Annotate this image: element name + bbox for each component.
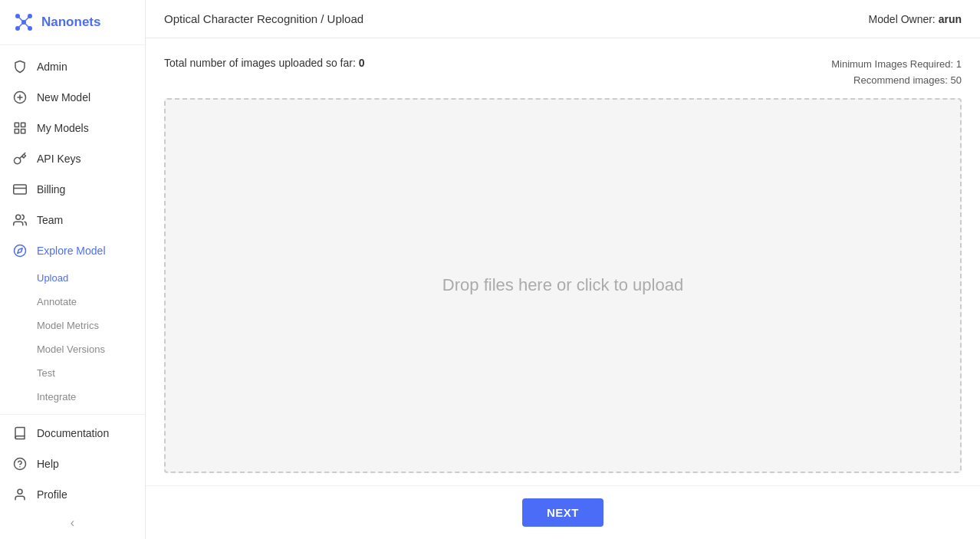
submenu-annotate-label: Annotate	[37, 296, 77, 307]
sidebar-item-new-model[interactable]: New Model	[0, 82, 145, 113]
key-icon	[12, 151, 28, 166]
sidebar-item-documentation-label: Documentation	[37, 427, 109, 439]
credit-card-icon	[12, 182, 28, 197]
submenu-item-model-metrics[interactable]: Model Metrics	[0, 314, 145, 337]
submenu-upload-label: Upload	[37, 272, 68, 284]
upload-footer: NEXT	[146, 485, 980, 539]
grid-icon	[12, 120, 28, 136]
upload-info-row: Total number of images uploaded so far: …	[164, 57, 962, 89]
drop-zone[interactable]: Drop files here or click to upload	[164, 98, 962, 473]
svg-line-8	[24, 22, 30, 28]
submenu-model-versions-label: Model Versions	[37, 343, 105, 355]
drop-zone-text: Drop files here or click to upload	[442, 275, 683, 295]
logo[interactable]: Nanonets	[0, 0, 145, 45]
submenu-test-label: Test	[37, 367, 55, 379]
sidebar-nav: Admin New Model My Models	[0, 45, 145, 414]
submenu-item-test[interactable]: Test	[0, 361, 145, 385]
main-content: Optical Character Recognition / Upload M…	[146, 0, 980, 539]
sidebar-item-help-label: Help	[37, 458, 59, 470]
sidebar-item-new-model-label: New Model	[37, 91, 90, 104]
submenu-item-moderate[interactable]: Moderate	[0, 409, 145, 414]
sidebar-item-team[interactable]: Team	[0, 205, 145, 235]
chevron-left-icon: ‹	[71, 516, 74, 530]
model-owner: Model Owner: arun	[869, 13, 962, 25]
sidebar-item-team-label: Team	[37, 214, 63, 226]
images-count-value: 0	[359, 57, 365, 69]
svg-marker-20	[18, 248, 22, 253]
submenu-integrate-label: Integrate	[37, 391, 76, 403]
recommend-value: 50	[951, 74, 962, 86]
svg-rect-15	[15, 130, 18, 133]
sidebar-item-explore-model-label: Explore Model	[37, 245, 106, 257]
app-name: Nanonets	[41, 15, 100, 30]
svg-rect-16	[14, 185, 27, 194]
submenu-model-metrics-label: Model Metrics	[37, 320, 99, 331]
svg-point-19	[15, 245, 26, 257]
nanonets-logo-icon	[12, 11, 35, 34]
min-images-value: 1	[956, 58, 962, 70]
model-owner-label: Model Owner:	[869, 13, 936, 25]
sidebar-item-billing-label: Billing	[37, 183, 65, 196]
submenu-item-upload[interactable]: Upload	[0, 266, 145, 290]
svg-rect-12	[15, 123, 18, 127]
min-images-label: Minimum Images Required:	[831, 58, 953, 70]
sidebar-item-admin[interactable]: Admin	[0, 51, 145, 82]
sidebar-item-profile-label: Profile	[37, 488, 67, 501]
submenu-item-model-versions[interactable]: Model Versions	[0, 337, 145, 361]
book-icon	[12, 426, 28, 441]
recommend-label: Recommend images:	[853, 74, 948, 86]
sidebar-item-billing[interactable]: Billing	[0, 174, 145, 205]
sidebar-collapse-button[interactable]: ‹	[0, 510, 145, 536]
svg-line-7	[18, 22, 24, 28]
svg-rect-13	[21, 123, 25, 127]
plus-circle-icon	[12, 90, 28, 105]
sidebar-item-my-models-label: My Models	[37, 122, 89, 134]
model-owner-name: arun	[939, 13, 962, 25]
images-uploaded-text: Total number of images uploaded so far: …	[164, 57, 365, 69]
breadcrumb: Optical Character Recognition / Upload	[164, 12, 363, 25]
sidebar-item-api-keys[interactable]: API Keys	[0, 143, 145, 174]
next-button[interactable]: NEXT	[522, 498, 603, 527]
recommend-images-text: Recommend images: 50	[831, 73, 962, 89]
sidebar-item-help[interactable]: Help	[0, 449, 145, 479]
submenu-item-annotate[interactable]: Annotate	[0, 290, 145, 314]
svg-line-5	[18, 16, 24, 22]
shield-icon	[12, 59, 28, 74]
sidebar-item-profile[interactable]: Profile	[0, 479, 145, 510]
svg-rect-14	[21, 130, 25, 133]
page-header: Optical Character Recognition / Upload M…	[146, 0, 980, 38]
svg-point-23	[18, 489, 22, 494]
help-circle-icon	[12, 456, 28, 472]
sidebar-item-explore-model[interactable]: Explore Model	[0, 235, 145, 266]
images-count-label: Total number of images uploaded so far:	[164, 57, 356, 69]
sidebar: Nanonets Admin New Model	[0, 0, 146, 539]
users-icon	[12, 212, 28, 228]
images-requirements: Minimum Images Required: 1 Recommend ima…	[831, 57, 962, 89]
user-circle-icon	[12, 487, 28, 502]
sidebar-item-my-models[interactable]: My Models	[0, 113, 145, 143]
upload-content: Total number of images uploaded so far: …	[146, 38, 980, 485]
min-images-text: Minimum Images Required: 1	[831, 57, 962, 73]
sidebar-item-documentation[interactable]: Documentation	[0, 418, 145, 449]
sidebar-item-admin-label: Admin	[37, 61, 67, 73]
submenu-item-integrate[interactable]: Integrate	[0, 385, 145, 409]
sidebar-item-api-keys-label: API Keys	[37, 153, 81, 165]
sidebar-bottom: Documentation Help Profile ‹	[0, 414, 145, 539]
compass-icon	[12, 243, 28, 258]
svg-line-6	[24, 16, 30, 22]
svg-point-18	[16, 215, 21, 219]
